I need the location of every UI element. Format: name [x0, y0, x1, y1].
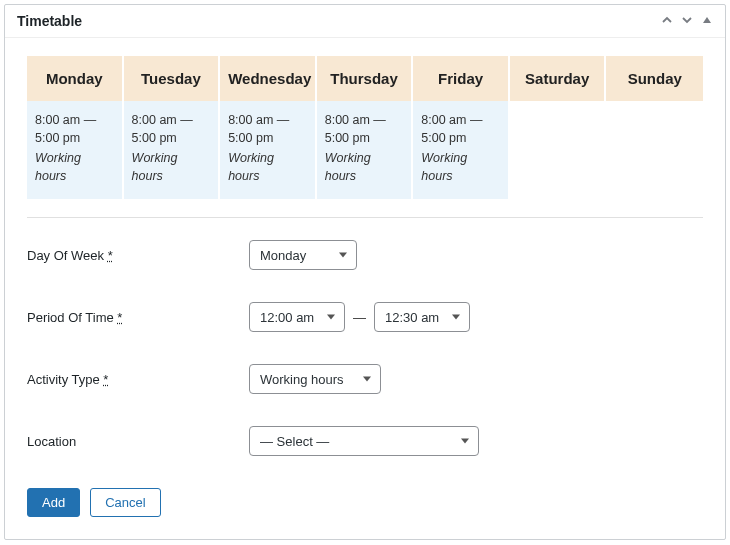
slot-time: 8:00 am — 5:00 pm [132, 111, 211, 147]
period-end-select[interactable]: 12:30 am [374, 302, 470, 332]
slot-time: 8:00 am — 5:00 pm [421, 111, 500, 147]
timetable-column: Wednesday 8:00 am — 5:00 pm Working hour… [220, 56, 317, 199]
panel-title: Timetable [17, 13, 82, 29]
period-start-select[interactable]: 12:00 am [249, 302, 345, 332]
panel-controls [661, 13, 713, 29]
location-label: Location [27, 434, 249, 449]
day-of-week-select-wrap: Monday [249, 240, 357, 270]
activity-type-select[interactable]: Working hours [249, 364, 381, 394]
collapse-icon[interactable] [701, 13, 713, 29]
slot-time: 8:00 am — 5:00 pm [325, 111, 404, 147]
slot-activity: Working hours [228, 149, 307, 185]
slot-activity: Working hours [132, 149, 211, 185]
timetable-cell[interactable]: 8:00 am — 5:00 pm Working hours [27, 101, 124, 199]
day-header: Wednesday [220, 56, 317, 101]
form-row-day: Day Of Week * Monday [27, 240, 703, 270]
period-controls: 12:00 am — 12:30 am [249, 302, 470, 332]
timetable-cell[interactable]: 8:00 am — 5:00 pm Working hours [220, 101, 317, 199]
timetable-cell[interactable]: 8:00 am — 5:00 pm Working hours [317, 101, 414, 199]
divider [27, 217, 703, 218]
slot-time: 8:00 am — 5:00 pm [228, 111, 307, 147]
location-select-wrap: — Select — [249, 426, 479, 456]
timetable-column: Tuesday 8:00 am — 5:00 pm Working hours [124, 56, 221, 199]
form-row-location: Location — Select — [27, 426, 703, 456]
slot-activity: Working hours [35, 149, 114, 185]
slot-activity: Working hours [421, 149, 500, 185]
day-header: Sunday [606, 56, 703, 101]
period-label: Period Of Time * [27, 310, 249, 325]
button-row: Add Cancel [27, 488, 703, 517]
timetable-grid: Monday 8:00 am — 5:00 pm Working hours T… [27, 56, 703, 199]
panel-header: Timetable [5, 5, 725, 38]
form-row-activity: Activity Type * Working hours [27, 364, 703, 394]
day-header: Tuesday [124, 56, 221, 101]
form-row-period: Period Of Time * 12:00 am — 12:30 am [27, 302, 703, 332]
activity-type-select-wrap: Working hours [249, 364, 381, 394]
timetable-column: Thursday 8:00 am — 5:00 pm Working hours [317, 56, 414, 199]
day-header: Thursday [317, 56, 414, 101]
move-down-icon[interactable] [681, 13, 693, 29]
day-of-week-label: Day Of Week * [27, 248, 249, 263]
period-start-wrap: 12:00 am [249, 302, 345, 332]
timetable-cell-empty [510, 101, 607, 199]
add-button[interactable]: Add [27, 488, 80, 517]
period-dash: — [353, 310, 366, 325]
day-header: Saturday [510, 56, 607, 101]
timetable-column: Saturday [510, 56, 607, 199]
period-end-wrap: 12:30 am [374, 302, 470, 332]
activity-type-label: Activity Type * [27, 372, 249, 387]
day-header: Friday [413, 56, 510, 101]
location-select[interactable]: — Select — [249, 426, 479, 456]
slot-time: 8:00 am — 5:00 pm [35, 111, 114, 147]
slot-activity: Working hours [325, 149, 404, 185]
timetable-column: Sunday [606, 56, 703, 199]
cancel-button[interactable]: Cancel [90, 488, 160, 517]
timetable-column: Monday 8:00 am — 5:00 pm Working hours [27, 56, 124, 199]
timetable-cell-empty [606, 101, 703, 199]
timetable-column: Friday 8:00 am — 5:00 pm Working hours [413, 56, 510, 199]
day-header: Monday [27, 56, 124, 101]
move-up-icon[interactable] [661, 13, 673, 29]
timetable-cell[interactable]: 8:00 am — 5:00 pm Working hours [413, 101, 510, 199]
panel-body: Monday 8:00 am — 5:00 pm Working hours T… [5, 38, 725, 539]
timetable-cell[interactable]: 8:00 am — 5:00 pm Working hours [124, 101, 221, 199]
day-of-week-select[interactable]: Monday [249, 240, 357, 270]
timetable-panel: Timetable Monday 8:00 am — 5:00 pm Worki… [4, 4, 726, 540]
